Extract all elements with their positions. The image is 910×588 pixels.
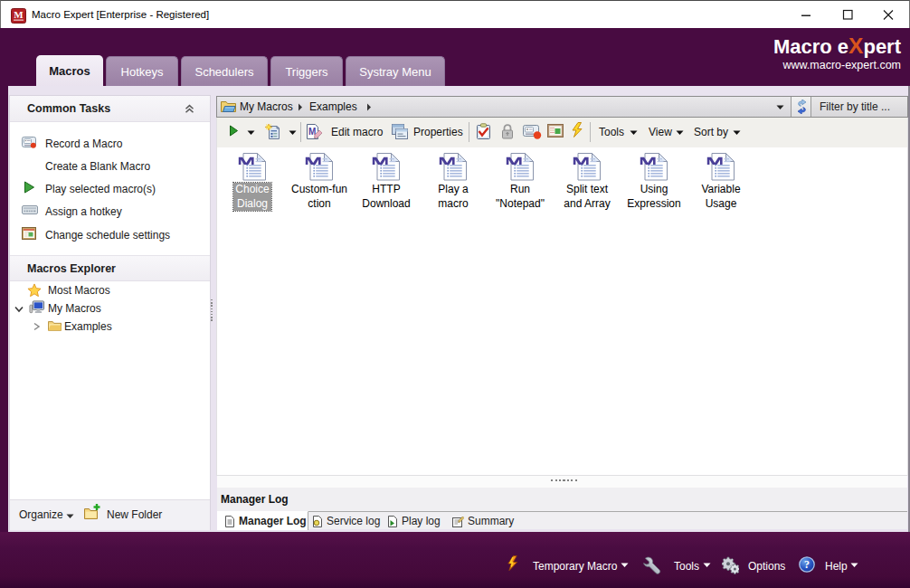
svg-text:?: ? [804, 558, 810, 571]
svg-text:M: M [14, 9, 24, 20]
